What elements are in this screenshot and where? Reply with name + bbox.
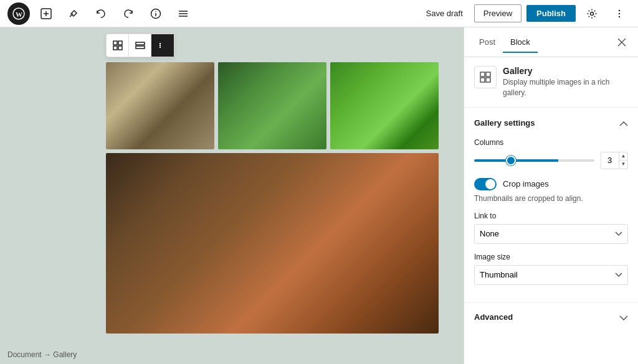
crop-images-label: Crop images <box>503 179 549 189</box>
redo-button[interactable] <box>117 2 140 25</box>
svg-rect-16 <box>118 41 122 45</box>
gallery-image-2[interactable] <box>218 62 326 149</box>
editor-area: Document → Gallery <box>0 27 464 364</box>
svg-rect-17 <box>113 46 117 50</box>
svg-point-22 <box>160 45 161 46</box>
svg-point-14 <box>619 16 620 17</box>
add-block-button[interactable] <box>35 2 57 25</box>
link-to-label: Link to <box>474 212 628 220</box>
columns-increment[interactable]: ▲ <box>619 152 628 161</box>
columns-spinners: ▲ ▼ <box>619 152 628 169</box>
svg-rect-27 <box>486 72 490 77</box>
block-desc: Display multiple images in a rich galler… <box>503 77 628 98</box>
advanced-header[interactable]: Advanced <box>474 312 628 323</box>
list-view-button[interactable] <box>172 2 194 25</box>
svg-rect-28 <box>480 78 485 82</box>
columns-number-input: ▲ ▼ <box>601 152 628 169</box>
settings-button[interactable] <box>581 2 603 25</box>
undo-button[interactable] <box>90 2 112 25</box>
svg-rect-18 <box>118 46 122 50</box>
gallery-image-3[interactable] <box>330 62 439 149</box>
crop-images-toggle[interactable] <box>474 178 497 190</box>
columns-slider[interactable] <box>474 159 594 162</box>
columns-control: ▲ ▼ <box>474 152 628 169</box>
svg-text:W: W <box>16 11 22 18</box>
svg-point-21 <box>160 43 161 44</box>
save-draft-button[interactable]: Save draft <box>420 5 469 22</box>
link-to-select[interactable]: None Media File Attachment Page <box>474 224 628 244</box>
gallery-top-row <box>106 62 439 149</box>
sidebar: Post Block Gallery Displa <box>464 27 638 364</box>
preview-button[interactable]: Preview <box>474 4 521 22</box>
svg-rect-19 <box>136 42 145 45</box>
svg-point-23 <box>160 47 161 48</box>
gallery-image-1[interactable] <box>106 62 214 149</box>
crop-images-row: Crop images <box>474 178 628 190</box>
svg-point-13 <box>619 12 620 14</box>
link-to-group: Link to None Media File Attachment Page <box>474 212 628 244</box>
gallery-view-btn-3[interactable] <box>151 34 174 57</box>
more-options-button[interactable] <box>608 2 631 25</box>
section-collapse-icon <box>619 116 628 129</box>
sidebar-close-button[interactable] <box>613 34 631 51</box>
columns-label: Columns <box>474 138 628 147</box>
columns-decrement[interactable]: ▼ <box>619 161 628 169</box>
gallery-view-btn-2[interactable] <box>129 34 151 57</box>
block-info: Gallery Display multiple images in a ric… <box>464 57 638 108</box>
wp-logo[interactable]: W <box>7 2 30 25</box>
svg-rect-26 <box>480 72 485 77</box>
gallery-settings-title: Gallery settings <box>474 118 535 128</box>
block-toolbar <box>106 34 174 57</box>
svg-point-7 <box>155 11 156 12</box>
image-size-label: Image size <box>474 253 628 261</box>
gallery-view-btn-1[interactable] <box>107 34 129 57</box>
top-bar: W <box>0 0 638 27</box>
gallery-settings-section: Gallery settings Columns ▲ ▼ <box>464 108 638 303</box>
advanced-section: Advanced <box>464 303 638 332</box>
block-description: Gallery Display multiple images in a ric… <box>503 66 628 98</box>
crop-images-desc: Thumbnails are cropped to align. <box>474 194 628 203</box>
info-button[interactable] <box>145 2 167 25</box>
block-type-icon <box>474 66 497 88</box>
breadcrumb: Document → Gallery <box>7 350 77 359</box>
image-size-group: Image size Thumbnail Medium Large Full S… <box>474 253 628 285</box>
advanced-title: Advanced <box>474 312 513 322</box>
block-title: Gallery <box>503 66 628 76</box>
svg-point-12 <box>619 9 620 11</box>
svg-rect-20 <box>136 46 145 49</box>
tools-button[interactable] <box>62 2 85 25</box>
gallery-block[interactable] <box>106 62 439 334</box>
gallery-settings-header[interactable]: Gallery settings <box>474 116 628 129</box>
svg-rect-15 <box>113 41 117 45</box>
svg-point-11 <box>591 12 594 15</box>
columns-value-input[interactable] <box>601 156 619 165</box>
publish-button[interactable]: Publish <box>526 5 576 22</box>
gallery-large-image[interactable] <box>106 153 439 334</box>
sidebar-tabs: Post Block <box>464 27 638 57</box>
svg-rect-29 <box>486 78 490 82</box>
advanced-toggle-icon <box>619 312 628 323</box>
image-size-select[interactable]: Thumbnail Medium Large Full Size <box>474 265 628 285</box>
main-layout: Document → Gallery Post Block <box>0 27 638 364</box>
tab-post[interactable]: Post <box>472 32 503 53</box>
tab-block[interactable]: Block <box>503 32 538 53</box>
